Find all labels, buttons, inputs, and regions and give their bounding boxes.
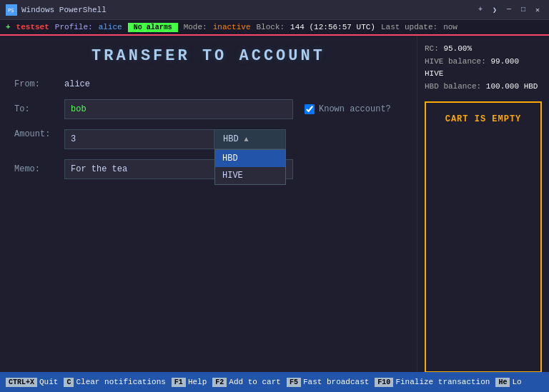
cart-empty-label: CART IS EMPTY — [445, 114, 522, 124]
key-f10: F10 — [375, 378, 393, 387]
to-row: To: Known account? — [14, 99, 402, 119]
amount-label: Amount: — [14, 129, 64, 139]
right-panel: RC: 95.00% HIVE balance: 99.000 HIVE HBD… — [417, 36, 549, 372]
from-row: From: alice — [14, 79, 402, 89]
statusbar-item-he: He Lo — [495, 378, 521, 387]
key-f1: F1 — [172, 378, 186, 387]
action-lo: Lo — [512, 378, 521, 386]
action-help: Help — [188, 378, 207, 386]
svg-text:PS: PS — [8, 8, 14, 14]
top-statusbar: + testset Profile: alice No alarms Mode:… — [0, 20, 549, 36]
key-he: He — [495, 378, 510, 387]
statusbar-item-f5: F5 Fast broadcast — [287, 378, 369, 387]
close-button[interactable]: ✕ — [532, 4, 543, 16]
currency-dropdown: HBD HIVE — [214, 149, 286, 185]
amount-input[interactable] — [64, 129, 214, 149]
to-input[interactable] — [64, 99, 293, 119]
known-account-checkbox[interactable] — [305, 104, 315, 114]
cart-box: CART IS EMPTY — [425, 101, 542, 373]
statusbar-item-f1: F1 Help — [172, 378, 207, 387]
currency-option-hbd[interactable]: HBD — [215, 150, 285, 167]
known-account-area: Known account? — [305, 104, 391, 114]
memo-label: Memo: — [14, 164, 64, 174]
key-c: C — [64, 378, 74, 387]
new-tab-button[interactable]: + — [475, 4, 486, 16]
hbd-balance-stat: HBD balance: 100.000 HBD — [425, 81, 542, 94]
titlebar: PS Windows PowerShell + ❯ ─ □ ✕ — [0, 0, 549, 20]
mode-value: inactive — [213, 23, 251, 31]
amount-inputs: HBD ▲ HBD HIVE — [64, 129, 286, 149]
statusbar-item-f2: F2 Add to cart — [212, 378, 281, 387]
block-value: 144 (12:56:57 UTC) — [290, 23, 375, 31]
key-ctrlx: CTRL+X — [6, 378, 37, 387]
rc-stat: RC: 95.00% — [425, 43, 542, 56]
block-label: Block: — [257, 23, 285, 31]
to-label: To: — [14, 104, 64, 114]
app-icon: PS — [6, 4, 17, 16]
known-account-label: Known account? — [319, 104, 391, 114]
currency-value: HBD — [223, 134, 239, 144]
action-add-to-cart: Add to cart — [229, 378, 281, 386]
statusbar-item-ctrlx: CTRL+X Quit — [6, 378, 58, 387]
statusbar-item-f10: F10 Finalize transaction — [375, 378, 490, 387]
hbd-balance-value: 100.000 HBD — [486, 82, 538, 91]
rc-label: RC: — [425, 44, 439, 53]
update-value: now — [443, 23, 458, 31]
key-f2: F2 — [212, 378, 227, 387]
left-panel: TRANSFER TO ACCOUNT From: alice To: Know… — [0, 36, 417, 372]
minimize-button[interactable]: ─ — [503, 4, 515, 16]
currency-select-wrapper: HBD ▲ HBD HIVE — [214, 129, 286, 149]
action-clear: Clear notifications — [76, 378, 165, 386]
tab-chevron[interactable]: ❯ — [489, 4, 500, 16]
stats-area: RC: 95.00% HIVE balance: 99.000 HIVE HBD… — [425, 43, 542, 93]
alarms-badge: No alarms — [128, 23, 178, 32]
action-finalize: Finalize transaction — [395, 378, 490, 386]
username: testset — [16, 23, 49, 31]
action-fast-broadcast: Fast broadcast — [303, 378, 369, 386]
page-title: TRANSFER TO ACCOUNT — [14, 47, 402, 65]
bottom-statusbar: CTRL+X Quit C Clear notifications F1 Hel… — [0, 372, 549, 392]
dropdown-arrow-icon: ▲ — [244, 136, 249, 144]
from-value: alice — [64, 79, 90, 89]
plus-indicator: + — [6, 23, 11, 31]
hbd-balance-label: HBD balance: — [425, 82, 481, 91]
window-title: Windows PowerShell — [21, 6, 475, 14]
amount-row: Amount: HBD ▲ HBD HIVE — [14, 129, 402, 149]
profile-label: Profile: — [55, 23, 93, 31]
update-label: Last update: — [381, 23, 437, 31]
hive-balance-label: HIVE balance: — [425, 57, 486, 66]
window-controls[interactable]: + ❯ ─ □ ✕ — [475, 4, 543, 16]
memo-row: Memo: — [14, 159, 402, 179]
action-quit: Quit — [39, 378, 58, 386]
hive-balance-stat: HIVE balance: 99.000 HIVE — [425, 56, 542, 81]
rc-value: 95.00% — [443, 44, 472, 53]
main-content: TRANSFER TO ACCOUNT From: alice To: Know… — [0, 36, 549, 372]
profile-value: alice — [99, 23, 122, 31]
mode-label: Mode: — [184, 23, 207, 31]
currency-button[interactable]: HBD ▲ — [214, 129, 286, 149]
statusbar-item-c: C Clear notifications — [64, 378, 165, 387]
from-label: From: — [14, 79, 64, 89]
currency-option-hive[interactable]: HIVE — [215, 167, 285, 184]
maximize-button[interactable]: □ — [518, 4, 529, 16]
key-f5: F5 — [287, 378, 301, 387]
